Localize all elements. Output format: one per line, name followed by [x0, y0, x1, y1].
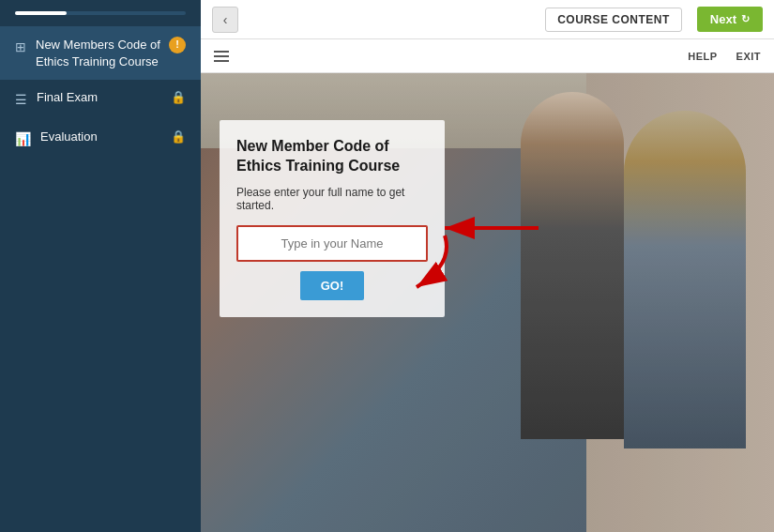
progress-bar: [15, 11, 186, 15]
sidebar-item-label: Evaluation: [40, 129, 167, 145]
sidebar-item-final-exam[interactable]: ☰ Final Exam 🔒: [0, 80, 201, 119]
progress-fill: [15, 11, 67, 15]
next-label: Next: [710, 12, 736, 26]
sidebar-item-evaluation[interactable]: 📊 Evaluation 🔒: [0, 119, 201, 159]
sidebar: ⊞ New Members Code of Ethics Training Co…: [0, 0, 201, 532]
list-icon: ☰: [15, 91, 27, 110]
course-subtitle: Please enter your full name to get start…: [236, 186, 428, 212]
topbar-right: COURSE CONTENT Next ↻: [545, 7, 763, 32]
back-button[interactable]: ‹: [212, 7, 238, 33]
hamburger-line: [214, 55, 229, 57]
main-content: ‹ COURSE CONTENT Next ↻ HELP EXIT: [201, 0, 774, 532]
chart-icon: 📊: [15, 130, 31, 149]
hamburger-line: [214, 60, 229, 62]
secondbar: HELP EXIT: [201, 39, 774, 73]
grid-icon: ⊞: [15, 38, 26, 57]
warning-badge: !: [169, 37, 186, 53]
sidebar-item-label: Final Exam: [37, 89, 167, 106]
arrow-down-indicator: [370, 231, 463, 296]
topbar: ‹ COURSE CONTENT Next ↻: [201, 0, 774, 39]
hamburger-menu[interactable]: [214, 51, 229, 62]
sidebar-progress: [0, 0, 201, 27]
go-button[interactable]: GO!: [300, 271, 365, 300]
course-title: New Member Code of Ethics Training Cours…: [236, 137, 428, 176]
topbar-left: ‹: [212, 7, 238, 33]
sidebar-item-label: New Members Code of Ethics Training Cour…: [36, 37, 165, 70]
course-area: New Member Code of Ethics Training Cours…: [201, 73, 774, 532]
help-link[interactable]: HELP: [688, 51, 717, 62]
sidebar-item-ethics-training[interactable]: ⊞ New Members Code of Ethics Training Co…: [0, 27, 201, 80]
lock-icon: 🔒: [171, 89, 186, 106]
next-icon: ↻: [741, 13, 750, 25]
course-content-button[interactable]: COURSE CONTENT: [545, 8, 682, 32]
secondbar-links: HELP EXIT: [688, 51, 761, 62]
next-button[interactable]: Next ↻: [697, 7, 763, 32]
exit-link[interactable]: EXIT: [736, 51, 761, 62]
lock-icon: 🔒: [171, 129, 186, 145]
hamburger-line: [214, 51, 229, 53]
